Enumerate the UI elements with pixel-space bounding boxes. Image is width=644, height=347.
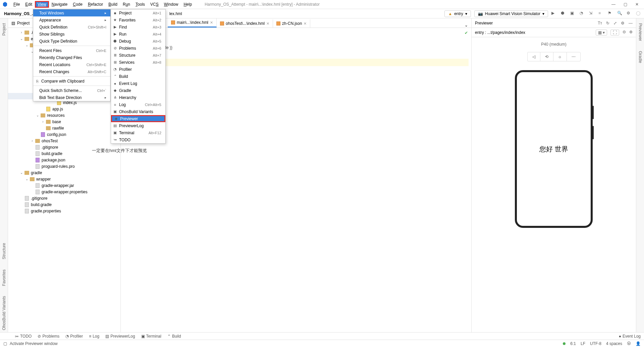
menu-vcs[interactable]: VCS bbox=[148, 1, 161, 8]
gutter-ohosbuild[interactable]: OhosBuild Variants bbox=[2, 294, 6, 332]
submenu-item[interactable]: ⊞ServicesAlt+8 bbox=[111, 59, 165, 66]
menu-item[interactable]: Recent FilesCtrl+E bbox=[33, 47, 110, 54]
menu-item[interactable]: Recent LocationsCtrl+Shift+E bbox=[33, 61, 110, 68]
zoom-icon[interactable]: ⤢ bbox=[613, 21, 617, 26]
submenu-item[interactable]: ⊘ProblemsAlt+6 bbox=[111, 45, 165, 52]
menu-navigate[interactable]: Navigate bbox=[49, 1, 70, 8]
bottom-log[interactable]: ≡Log bbox=[89, 334, 99, 339]
submenu-item[interactable]: ●Event Log bbox=[111, 80, 165, 87]
submenu-item[interactable]: ≡LogCtrl+Alt+5 bbox=[111, 101, 165, 108]
bottom-problems[interactable]: ⊘Problems bbox=[38, 334, 59, 339]
tree-node[interactable]: config.json bbox=[8, 131, 120, 138]
tree-node[interactable]: ⌄wrapper bbox=[8, 176, 120, 182]
editor-tab[interactable]: ohosTest\...\index.hml✕ bbox=[217, 19, 273, 28]
bottom-terminal[interactable]: ▣Terminal bbox=[141, 334, 161, 339]
bottom-eventlog[interactable]: ●Event Log bbox=[619, 334, 641, 339]
tree-node[interactable]: gradle-wrapper.properties bbox=[8, 189, 120, 195]
editor-tab[interactable]: zh-CN.json✕ bbox=[273, 19, 310, 28]
tree-node[interactable]: ⌄gradle bbox=[8, 169, 120, 176]
tree-node[interactable]: package.json bbox=[8, 157, 120, 163]
close-tab-icon[interactable]: ✕ bbox=[304, 21, 307, 26]
tree-node[interactable]: ›base bbox=[8, 118, 120, 125]
gutter-previewer[interactable]: Previewer bbox=[638, 21, 643, 43]
submenu-item[interactable]: ▶FindAlt+3 bbox=[111, 23, 165, 31]
submenu-item[interactable]: ▣TerminalAlt+F12 bbox=[111, 129, 165, 136]
code-editor[interactable]: ✔ ="container"> class="title"> $t('strin… bbox=[121, 28, 471, 332]
expand-button[interactable]: ⛶ bbox=[610, 30, 619, 36]
menu-item[interactable]: Show Siblings bbox=[33, 31, 110, 38]
menu-view[interactable]: View bbox=[35, 1, 49, 8]
menu-item[interactable]: Quick Switch Scheme...Ctrl+` bbox=[33, 87, 110, 94]
tree-node[interactable]: gradle-wrapper.jar bbox=[8, 182, 120, 189]
more-button[interactable]: ⋯ bbox=[567, 52, 580, 61]
brightness-button[interactable]: ☼ bbox=[553, 52, 567, 61]
submenu-item[interactable]: ≣StructureAlt+7 bbox=[111, 52, 165, 59]
submenu-item[interactable]: ⬣DebugAlt+5 bbox=[111, 38, 165, 45]
gutter-project[interactable]: Project bbox=[2, 21, 6, 38]
submenu-item[interactable]: ⌃Build bbox=[111, 73, 165, 80]
submenu-item[interactable]: ⋔Hierarchy bbox=[111, 94, 165, 101]
menu-run[interactable]: Run bbox=[120, 1, 133, 8]
profile-button[interactable]: ◔ bbox=[580, 11, 586, 17]
run-config-selector[interactable]: ▲ entry ▾ bbox=[444, 10, 471, 17]
menu-code[interactable]: Code bbox=[70, 1, 85, 8]
tree-node[interactable]: ⌄resources bbox=[8, 112, 120, 118]
settings-button[interactable]: ⚙ bbox=[627, 11, 633, 17]
close-tab-icon[interactable]: ✕ bbox=[266, 21, 269, 26]
menu-item[interactable]: Quick DefinitionCtrl+Shift+I bbox=[33, 23, 110, 31]
menu-file[interactable]: File bbox=[11, 1, 22, 8]
submenu-item[interactable]: ◆Gradle bbox=[111, 87, 165, 94]
coverage-button[interactable]: ▣ bbox=[570, 11, 576, 17]
menu-refactor[interactable]: Refactor bbox=[85, 1, 106, 8]
device-selector[interactable]: 📷 Huawei Smart Vision Simulator ▾ bbox=[474, 10, 548, 17]
menu-build[interactable]: Build bbox=[106, 1, 120, 8]
menu-window[interactable]: Window bbox=[161, 1, 181, 8]
submenu-item[interactable]: ≔TODO bbox=[111, 136, 165, 143]
caret-position[interactable]: 6:1 bbox=[570, 341, 576, 346]
refresh-icon[interactable]: ↻ bbox=[606, 21, 609, 26]
maximize-button[interactable]: ▢ bbox=[624, 2, 627, 7]
submenu-item[interactable]: ▶RunAlt+4 bbox=[111, 31, 165, 38]
close-tab-icon[interactable]: ✕ bbox=[210, 20, 213, 25]
tree-node[interactable]: gradle.properties bbox=[8, 208, 120, 214]
menu-item[interactable]: ⎘Compare with Clipboard bbox=[33, 78, 110, 85]
bottom-build[interactable]: ⌃Build bbox=[167, 334, 181, 339]
gutter-favorites[interactable]: Favorites bbox=[2, 267, 6, 288]
tree-node[interactable]: .gitignore bbox=[8, 195, 120, 201]
tree-node[interactable]: ›ohosTest bbox=[8, 138, 120, 144]
user-status-icon[interactable]: 👤 bbox=[636, 341, 641, 346]
debug-button[interactable]: ⬢ bbox=[561, 11, 567, 17]
stop-button[interactable]: ■ bbox=[598, 11, 604, 17]
submenu-item[interactable]: ◈Previewer bbox=[111, 115, 165, 122]
user-icon[interactable]: ◯ bbox=[636, 11, 642, 17]
submenu-item[interactable]: ▣OhosBuild Variants bbox=[111, 108, 165, 115]
bottom-previewerlog[interactable]: ▤PreviewerLog bbox=[105, 334, 135, 339]
menu-item[interactable]: Bidi Text Base Direction▸ bbox=[33, 94, 110, 101]
zoom-in-button[interactable]: ⊕ bbox=[629, 30, 633, 36]
menu-item[interactable]: Quick Type Definition bbox=[33, 38, 110, 45]
indent-setting[interactable]: 4 spaces bbox=[606, 341, 622, 346]
submenu-item[interactable]: ◔Profiler bbox=[111, 66, 165, 73]
menu-item[interactable]: Tool Windows▸ bbox=[33, 9, 110, 16]
line-ending[interactable]: LF bbox=[581, 341, 585, 346]
rotate-button[interactable]: ⟲ bbox=[540, 52, 553, 61]
hide-icon[interactable]: — bbox=[629, 21, 633, 26]
submenu-item[interactable]: ★FavoritesAlt+2 bbox=[111, 16, 165, 23]
zoom-out-button[interactable]: ⊖ bbox=[623, 30, 626, 36]
menu-item[interactable]: Appearance▸ bbox=[33, 16, 110, 23]
menu-tools[interactable]: Tools bbox=[133, 1, 148, 8]
run-button[interactable]: ▶ bbox=[551, 11, 557, 17]
tree-node[interactable]: app.js bbox=[8, 106, 120, 112]
tree-node[interactable]: proguard-rules.pro bbox=[8, 163, 120, 169]
gear-icon[interactable]: ⚙ bbox=[621, 21, 625, 26]
menu-item[interactable]: Recent ChangesAlt+Shift+C bbox=[33, 68, 110, 75]
editor-tab[interactable]: main\...\index.hml✕ bbox=[168, 18, 217, 28]
file-encoding[interactable]: UTF-8 bbox=[590, 341, 601, 346]
readonly-icon[interactable]: ⦿ bbox=[627, 341, 631, 346]
breadcrumb-root[interactable]: Harmony_OS_... bbox=[2, 11, 37, 16]
menu-help[interactable]: Help bbox=[181, 1, 195, 8]
grid-button[interactable]: ▦ ▾ bbox=[596, 30, 607, 36]
gutter-structure[interactable]: Structure bbox=[2, 241, 6, 261]
minimize-button[interactable]: — bbox=[611, 2, 615, 7]
font-icon[interactable]: Tт bbox=[598, 21, 602, 26]
